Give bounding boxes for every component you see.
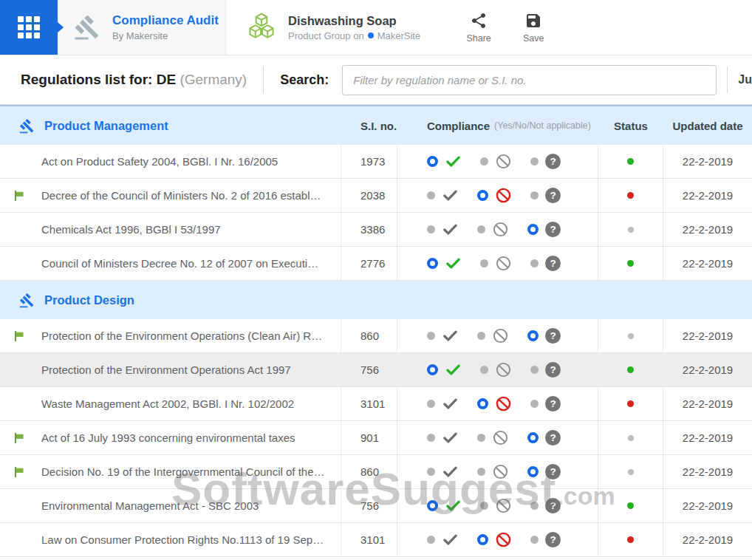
cubes-icon: [245, 11, 278, 44]
ban-icon: [492, 429, 509, 446]
ban-icon: [495, 497, 512, 514]
status-dot: [627, 158, 634, 165]
question-icon: ?: [545, 532, 561, 547]
table-row[interactable]: Council of Ministers Decree No. 12 of 20…: [0, 247, 752, 281]
table-row[interactable]: Protection of the Environment Operations…: [0, 319, 752, 353]
table-row[interactable]: Act of 16 July 1993 concerning environme…: [0, 421, 752, 455]
radio-yes[interactable]: [427, 500, 438, 511]
compliance-option-na: ?: [530, 532, 561, 547]
updated-date: 22-2-2019: [683, 257, 733, 270]
radio-no[interactable]: [477, 332, 485, 340]
radio-no[interactable]: [477, 398, 488, 409]
check-icon: [442, 429, 459, 446]
column-header-updated: Updated date: [663, 106, 752, 145]
share-button[interactable]: Share: [462, 12, 496, 44]
question-icon: ?: [545, 154, 561, 169]
radio-yes[interactable]: [427, 191, 435, 199]
radio-na[interactable]: [530, 536, 539, 544]
radio-na[interactable]: [530, 157, 539, 165]
table-row[interactable]: Chemicals Act 1996, BGBl I 53/1997 3386 …: [0, 213, 752, 247]
compliance-option-na: ?: [530, 498, 561, 513]
table-row[interactable]: Protection of the Environment Operations…: [0, 353, 752, 387]
section-title: Product Management: [44, 119, 168, 133]
table-row[interactable]: Act on Product Safety 2004, BGBl. I Nr. …: [0, 145, 752, 179]
updated-date: 22-2-2019: [683, 465, 733, 478]
gavel-icon: [74, 14, 100, 41]
question-icon: ?: [545, 256, 561, 271]
regulation-name: Decision No. 19 of the Intergovernmental…: [41, 465, 325, 478]
compliance-option-yes: [427, 255, 462, 272]
radio-no[interactable]: [477, 190, 488, 201]
table-row[interactable]: Environmental Management Act - SBC 2003 …: [0, 489, 752, 523]
radio-na[interactable]: [527, 330, 539, 341]
radio-yes[interactable]: [427, 364, 438, 375]
updated-date: 22-2-2019: [683, 329, 733, 342]
updated-date: 22-2-2019: [683, 431, 733, 444]
radio-na[interactable]: [530, 191, 539, 199]
compliance-option-yes: [427, 463, 459, 480]
product-info-panel: Dishwashing Soap Product Group on MakerS…: [226, 0, 420, 55]
radio-na[interactable]: [530, 366, 539, 374]
table-row[interactable]: Law on Consumer Protection Rights No.111…: [0, 523, 752, 557]
save-button[interactable]: Save: [516, 12, 550, 44]
status-dot: [628, 333, 634, 339]
compliance-option-na: ?: [527, 328, 561, 344]
radio-no[interactable]: [477, 434, 485, 442]
regulation-name: Act of 16 July 1993 concerning environme…: [41, 431, 295, 444]
radio-no[interactable]: [480, 259, 488, 267]
status-dot: [627, 502, 634, 509]
radio-na[interactable]: [527, 224, 539, 235]
flag-icon[interactable]: [13, 329, 26, 342]
question-icon: ?: [545, 464, 561, 479]
product-subtitle: Product Group on MakerSite: [288, 30, 420, 41]
radio-yes[interactable]: [427, 156, 438, 167]
radio-no[interactable]: [477, 534, 488, 545]
table-row[interactable]: Decision No. 19 of the Intergovernmental…: [0, 455, 752, 489]
radio-na[interactable]: [530, 259, 539, 267]
radio-yes[interactable]: [427, 332, 435, 340]
status-dot: [628, 469, 634, 475]
status-dot: [627, 400, 634, 407]
flag-icon[interactable]: [13, 465, 26, 478]
ban-icon: [495, 395, 512, 412]
radio-yes[interactable]: [427, 258, 438, 269]
radio-no[interactable]: [480, 366, 488, 374]
ban-icon: [495, 255, 512, 272]
radio-no[interactable]: [480, 157, 488, 165]
radio-na[interactable]: [530, 400, 539, 408]
radio-yes[interactable]: [427, 400, 435, 408]
compliance-option-no: [477, 531, 512, 548]
column-header-si: [341, 281, 397, 319]
flag-icon[interactable]: [13, 431, 26, 444]
flag-icon[interactable]: [13, 189, 26, 202]
radio-yes[interactable]: [427, 434, 435, 442]
radio-na[interactable]: [527, 466, 539, 477]
regulations-title-label: Regulations list for:: [21, 72, 152, 87]
table-row[interactable]: Waste Management Act 2002, BGBl. I Nr. 1…: [0, 387, 752, 421]
app-title[interactable]: Compliance Audit: [112, 13, 219, 28]
radio-na[interactable]: [527, 432, 539, 443]
ban-icon: [495, 153, 512, 170]
share-label: Share: [466, 33, 490, 44]
section-header-row[interactable]: Product Design: [0, 281, 752, 319]
check-icon: [442, 531, 459, 548]
jump-to-partial-label[interactable]: Ju: [738, 73, 752, 86]
question-icon: ?: [545, 396, 561, 412]
radio-yes[interactable]: [427, 536, 435, 544]
table-row[interactable]: Decree of the Council of Ministers No. 2…: [0, 179, 752, 213]
radio-no[interactable]: [480, 502, 488, 510]
question-icon: ?: [545, 328, 561, 344]
ban-icon: [495, 361, 512, 378]
updated-date: 22-2-2019: [683, 499, 733, 512]
radio-no[interactable]: [477, 225, 485, 233]
section-header-row[interactable]: Product Management S.I. no. Compliance(Y…: [0, 105, 752, 145]
radio-yes[interactable]: [427, 468, 435, 476]
radio-yes[interactable]: [427, 225, 435, 233]
search-input[interactable]: [342, 65, 717, 95]
radio-na[interactable]: [530, 502, 539, 510]
radio-no[interactable]: [477, 468, 485, 476]
top-bar: Compliance Audit By Makersite Dishwashin…: [0, 0, 752, 55]
app-menu-button[interactable]: [0, 0, 58, 55]
product-title: Dishwashing Soap: [288, 14, 420, 28]
app-info-panel[interactable]: Compliance Audit By Makersite: [58, 0, 226, 55]
